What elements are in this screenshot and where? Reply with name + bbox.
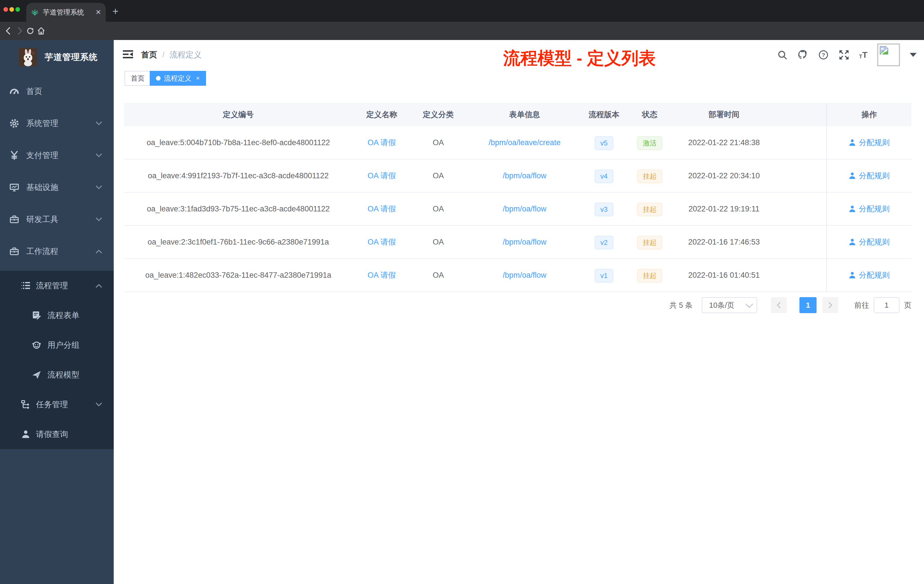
column-header-category: 定义分类 bbox=[411, 103, 466, 126]
tag-close-icon[interactable]: × bbox=[196, 74, 200, 82]
prev-page-button[interactable] bbox=[771, 297, 787, 313]
assign-rule-link[interactable]: 分配规则 bbox=[848, 126, 890, 159]
cell-category: OA bbox=[411, 159, 466, 192]
cell-deploy-time: 2022-01-16 01:40:51 bbox=[675, 259, 773, 292]
table-row[interactable]: oa_leave:5:004b710b-7b8a-11ec-8ef0-acde4… bbox=[124, 126, 911, 159]
current-page-button[interactable]: 1 bbox=[799, 297, 817, 313]
sidebar-menu-item[interactable]: 基础设施 bbox=[0, 172, 114, 203]
person-icon bbox=[848, 172, 856, 180]
avatar[interactable] bbox=[877, 43, 900, 66]
sidebar-menu-item[interactable]: 流程表单 bbox=[0, 300, 114, 330]
assign-rule-link[interactable]: 分配规则 bbox=[848, 159, 890, 192]
menu-item-label: 研发工具 bbox=[26, 214, 58, 225]
form-link[interactable]: /bpm/oa/flow bbox=[503, 205, 546, 213]
table-row[interactable]: oa_leave:2:3c1f0ef1-76b1-11ec-9c66-a2380… bbox=[124, 226, 911, 259]
sidebar-menu-item[interactable]: 首页 bbox=[0, 76, 114, 107]
column-header-filler bbox=[773, 103, 826, 126]
sidebar-logo-row[interactable]: 芋道管理系统 bbox=[0, 40, 114, 72]
sidebar-menu-item[interactable]: 流程模型 bbox=[0, 360, 114, 390]
avatar-caret-icon[interactable] bbox=[910, 53, 917, 57]
definition-name-link[interactable]: OA 请假 bbox=[368, 138, 396, 147]
person-icon bbox=[848, 205, 856, 213]
goto-page-input[interactable] bbox=[874, 297, 899, 313]
chevron-icon bbox=[96, 217, 102, 222]
sidebar-menu-item[interactable]: 流程管理 bbox=[0, 271, 114, 300]
sidebar-submenu-workflow: 流程管理 流程表单 用户分组 流程模型 任务管理 请假查询 bbox=[0, 271, 114, 449]
assign-rule-label: 分配规则 bbox=[859, 259, 890, 292]
font-size-icon[interactable]: TT bbox=[859, 51, 868, 59]
table-row[interactable]: oa_leave:4:991f2193-7b7f-11ec-a3c8-acde4… bbox=[124, 159, 911, 193]
menu-item-label: 请假查询 bbox=[36, 429, 68, 440]
assign-rule-link[interactable]: 分配规则 bbox=[848, 259, 890, 292]
definition-name-link[interactable]: OA 请假 bbox=[368, 238, 396, 246]
menu-item-label: 支付管理 bbox=[26, 150, 58, 161]
breadcrumb-current: 流程定义 bbox=[170, 49, 202, 60]
menu-item-label: 流程管理 bbox=[36, 280, 68, 291]
assign-rule-link[interactable]: 分配规则 bbox=[848, 193, 890, 225]
fullscreen-icon[interactable] bbox=[838, 49, 850, 60]
sidebar-collapse-icon[interactable] bbox=[123, 50, 133, 59]
window-close-button[interactable] bbox=[3, 7, 8, 12]
screenshot-stage: 芋道管理系统 ✕ + 不安全 dashboard.yudao.iocoder.c… bbox=[0, 0, 924, 584]
sidebar-menu-item[interactable]: 工作流程 bbox=[0, 236, 114, 267]
tab-close-icon[interactable]: ✕ bbox=[96, 9, 101, 16]
tag-home[interactable]: 首页 bbox=[125, 71, 151, 86]
browser-tab[interactable]: 芋道管理系统 ✕ bbox=[26, 3, 106, 22]
cell-definition-id: oa_leave:4:991f2193-7b7f-11ec-a3c8-acde4… bbox=[124, 159, 353, 192]
sidebar-menu-top: 首页 系统管理 支付管理 基础设施 研发工具 工作流程 bbox=[0, 76, 114, 267]
cell-filler bbox=[773, 193, 826, 225]
new-tab-button[interactable]: + bbox=[109, 5, 122, 18]
github-icon[interactable] bbox=[797, 49, 808, 60]
window-minimize-button[interactable] bbox=[10, 7, 14, 12]
form-link[interactable]: /bpm/oa/leave/create bbox=[488, 138, 561, 147]
main-content: 定义编号 定义名称 定义分类 表单信息 流程版本 状态 部署时间 操作 oa_l… bbox=[114, 87, 924, 584]
menu-item-label: 基础设施 bbox=[26, 182, 58, 193]
red-annotation-text: 流程模型 - 定义列表 bbox=[354, 47, 805, 70]
sidebar-menu-item[interactable]: 用户分组 bbox=[0, 330, 114, 360]
page-size-value: 10条/页 bbox=[709, 300, 734, 310]
version-badge: v5 bbox=[594, 136, 613, 150]
help-icon[interactable]: ? bbox=[818, 49, 829, 60]
assign-rule-label: 分配规则 bbox=[859, 226, 890, 258]
app-title: 芋道管理系统 bbox=[45, 51, 98, 63]
cell-filler bbox=[773, 226, 826, 258]
goto-label: 前往 bbox=[854, 300, 869, 310]
column-header-id: 定义编号 bbox=[124, 103, 353, 126]
sidebar-menu-item[interactable]: 任务管理 bbox=[0, 390, 114, 419]
next-page-button[interactable] bbox=[822, 297, 838, 313]
cell-definition-id: oa_leave:1:482ec033-762a-11ec-8477-a2380… bbox=[124, 259, 353, 292]
form-link[interactable]: /bpm/oa/flow bbox=[503, 238, 546, 246]
search-icon[interactable] bbox=[777, 49, 788, 60]
status-badge: 挂起 bbox=[637, 236, 662, 249]
sidebar-menu-item[interactable]: 研发工具 bbox=[0, 203, 114, 236]
definition-name-link[interactable]: OA 请假 bbox=[368, 172, 396, 180]
tag-process-definition[interactable]: 流程定义 × bbox=[150, 71, 206, 86]
assign-rule-link[interactable]: 分配规则 bbox=[848, 226, 890, 258]
browser-toolbar: 不安全 dashboard.yudao.iocoder.cn/bpm/manag… bbox=[0, 22, 924, 40]
window-zoom-button[interactable] bbox=[15, 7, 20, 12]
form-link[interactable]: /bpm/oa/flow bbox=[503, 172, 546, 180]
pagination-bar: 共 5 条 10条/页 1 前往 页 bbox=[124, 297, 911, 314]
definition-name-link[interactable]: OA 请假 bbox=[368, 205, 396, 213]
breadcrumb-home[interactable]: 首页 bbox=[141, 49, 157, 60]
sidebar-menu-item[interactable]: 支付管理 bbox=[0, 139, 114, 172]
svg-text:?: ? bbox=[822, 52, 825, 58]
app-logo-rabbit-image bbox=[19, 48, 37, 66]
status-badge: 挂起 bbox=[637, 170, 662, 183]
definition-name-link[interactable]: OA 请假 bbox=[368, 271, 396, 279]
sidebar-menu-item[interactable]: 请假查询 bbox=[0, 419, 114, 449]
home-button[interactable] bbox=[35, 25, 48, 37]
status-badge: 挂起 bbox=[637, 269, 662, 282]
cell-definition-id: oa_leave:2:3c1f0ef1-76b1-11ec-9c66-a2380… bbox=[124, 226, 353, 258]
breadcrumb: 首页 / 流程定义 bbox=[141, 40, 202, 70]
column-header-action: 操作 bbox=[826, 103, 911, 126]
page-size-select[interactable]: 10条/页 bbox=[702, 297, 757, 313]
version-badge: v4 bbox=[594, 170, 613, 183]
tab-title: 芋道管理系统 bbox=[43, 8, 96, 17]
form-link[interactable]: /bpm/oa/flow bbox=[503, 271, 546, 279]
table-row[interactable]: oa_leave:1:482ec033-762a-11ec-8477-a2380… bbox=[124, 259, 911, 292]
column-header-time: 部署时间 bbox=[675, 103, 773, 126]
menu-item-icon bbox=[32, 311, 41, 320]
table-row[interactable]: oa_leave:3:1fad3d93-7b75-11ec-a3c8-acde4… bbox=[124, 193, 911, 226]
sidebar-menu-item[interactable]: 系统管理 bbox=[0, 107, 114, 139]
